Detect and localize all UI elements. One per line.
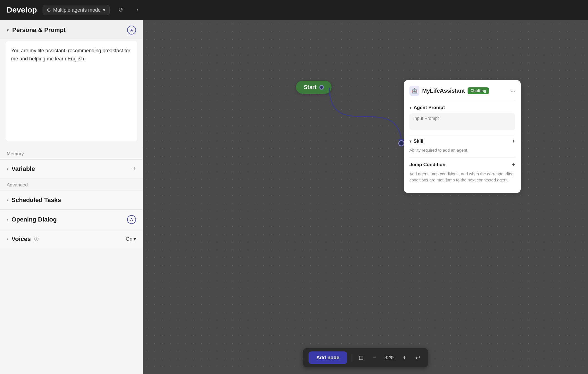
start-node[interactable]: Start [296,81,332,94]
voices-right: On ▾ [126,236,136,242]
mode-selector[interactable]: ⊙ Multiple agents mode ▾ [43,5,110,15]
agent-prompt-section: ▾ Agent Prompt Input Prompt [409,101,515,134]
zoom-level: 82% [383,355,396,361]
agent-input-prompt[interactable]: Input Prompt [409,113,515,130]
voices-info-icon: ⓘ [34,236,39,242]
persona-section-header[interactable]: ▾ Persona & Prompt A [0,20,143,39]
jump-condition-section: Jump Condition + Add agent jump conditio… [409,158,515,187]
skill-description: Ability required to add an agent. [409,147,515,154]
agent-prompt-header: ▾ Agent Prompt [409,105,515,110]
scheduled-tasks-left: › Scheduled Tasks [7,196,61,204]
persona-chevron-icon: ▾ [7,28,9,33]
bottom-toolbar: Add node ⊡ − 82% + ↩ [303,348,428,367]
variable-chevron-icon: › [7,166,8,171]
agent-more-button[interactable]: ··· [510,88,515,94]
variable-add-icon[interactable]: + [132,165,136,173]
fit-screen-icon[interactable]: ⊡ [356,353,366,363]
agents-icon: ⊙ [47,7,51,13]
opening-dialog-row[interactable]: › Opening Dialog A [0,209,143,230]
prompt-textarea-wrapper[interactable]: You are my life assistant, recommending … [6,41,137,141]
app-title: Develop [7,6,37,14]
opening-dialog-left: › Opening Dialog [7,216,57,223]
zoom-out-icon[interactable]: − [370,353,378,363]
add-node-button[interactable]: Add node [308,351,347,364]
connection-line [143,20,588,374]
voices-arrow-icon: ▾ [134,236,136,242]
mode-label: Multiple agents mode [53,7,101,13]
opening-dialog-badge: A [127,215,136,224]
advanced-label: Advanced [0,178,143,191]
skill-add-button[interactable]: + [512,138,515,144]
agent-card: 🤖 MyLifeAssistant Chatting ··· ▾ Agent P… [404,80,521,193]
history-button[interactable]: ↺ [115,4,126,16]
agent-prompt-chevron-icon: ▾ [409,105,411,110]
persona-section-title: Persona & Prompt [12,26,66,34]
collapse-button[interactable]: ‹ [132,4,143,16]
scheduled-tasks-row[interactable]: › Scheduled Tasks [0,191,143,209]
voices-row[interactable]: › Voices ⓘ On ▾ [0,230,143,248]
memory-label: Memory [0,147,143,159]
jump-condition-title[interactable]: Jump Condition [409,162,445,168]
toolbar-separator [352,354,352,362]
persona-section-left: ▾ Persona & Prompt [7,26,66,34]
skill-chevron-icon: ▾ [409,139,411,144]
zoom-in-icon[interactable]: + [401,353,409,363]
left-panel: ▾ Persona & Prompt A You are my life ass… [0,20,143,374]
opening-dialog-chevron-icon: › [7,217,8,222]
start-output-dot[interactable] [319,85,324,90]
skill-section: ▾ Skill + Ability required to add an age… [409,134,515,158]
variable-row[interactable]: › Variable + [0,159,143,178]
header: Develop ⊙ Multiple agents mode ▾ ↺ ‹ [0,0,588,20]
voices-status[interactable]: On ▾ [126,236,136,242]
agent-card-header: 🤖 MyLifeAssistant Chatting ··· [409,86,515,96]
variable-title: Variable [11,165,35,173]
mode-arrow-icon: ▾ [103,7,105,13]
agent-title-group: 🤖 MyLifeAssistant Chatting [409,86,489,96]
variable-row-left: › Variable [7,165,35,173]
jump-condition-description: Add agent jump conditions, and when the … [409,171,515,183]
jump-condition-add-button[interactable]: + [512,162,515,168]
start-label: Start [304,84,317,90]
canvas-area[interactable]: Start 🤖 MyLifeAssistant Chatting ··· [143,20,588,374]
end-connection-dot[interactable] [398,140,404,146]
voices-chevron-icon: › [7,237,8,242]
scheduled-tasks-chevron-icon: › [7,198,8,203]
voices-title: Voices [11,235,31,243]
skill-title[interactable]: ▾ Skill [409,139,423,144]
agent-avatar: 🤖 [409,86,419,96]
persona-badge: A [127,26,136,35]
curve-icon[interactable]: ↩ [413,353,423,363]
scheduled-tasks-title: Scheduled Tasks [11,196,61,204]
chatting-badge: Chatting [468,87,489,94]
jump-condition-header: Jump Condition + [409,162,515,168]
main-content: ▾ Persona & Prompt A You are my life ass… [0,20,588,374]
skill-header: ▾ Skill + [409,138,515,144]
prompt-text[interactable]: You are my life assistant, recommending … [11,47,132,63]
opening-dialog-title: Opening Dialog [11,216,57,223]
agent-name: MyLifeAssistant [422,88,465,94]
voices-left: › Voices ⓘ [7,235,39,243]
agent-prompt-title[interactable]: ▾ Agent Prompt [409,105,445,110]
